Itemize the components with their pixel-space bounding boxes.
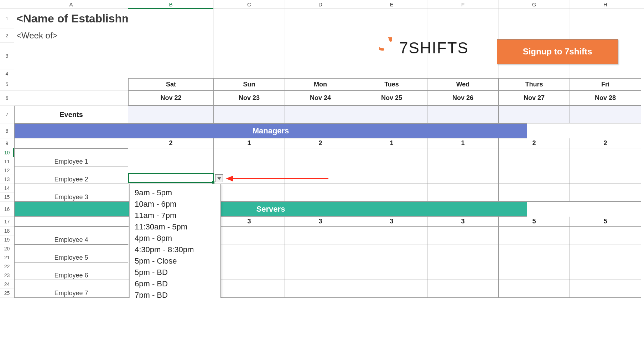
shift-emp3b-mon[interactable]	[285, 193, 356, 202]
employee-5-label-top[interactable]	[14, 244, 128, 253]
events-wed[interactable]	[427, 106, 499, 123]
employee-6-label-top[interactable]	[14, 262, 128, 271]
shift-emp1-wed[interactable]	[427, 148, 499, 157]
shift-emp6-fri[interactable]	[570, 262, 641, 271]
shift-emp5-wed[interactable]	[427, 244, 499, 253]
dropdown-option-8[interactable]: 6pm - BD	[130, 278, 220, 290]
events-mon[interactable]	[285, 106, 356, 123]
cell-subtitle[interactable]: <Week of>	[14, 28, 128, 43]
events-fri[interactable]	[570, 106, 641, 123]
shift-emp5-mon[interactable]	[285, 244, 356, 253]
managers-count-1[interactable]: 1	[214, 138, 285, 148]
row-header-17[interactable]: 17	[0, 217, 14, 227]
row-header-20[interactable]: 20	[0, 244, 14, 253]
cell-H1[interactable]	[570, 9, 641, 28]
servers-count-4[interactable]: 3	[427, 217, 499, 227]
row-header-16[interactable]: 16	[0, 202, 14, 217]
cell-C2[interactable]	[214, 28, 285, 43]
day-header-sun[interactable]: Sun	[214, 78, 285, 91]
servers-section-header[interactable]: Servers	[14, 202, 527, 217]
managers-count-2[interactable]: 2	[285, 138, 356, 148]
shift-emp2b-wed[interactable]	[427, 175, 499, 184]
shift-emp7b-wed[interactable]	[427, 289, 499, 298]
shift-emp6b-wed[interactable]	[427, 271, 499, 280]
dropdown-option-0[interactable]: 9am - 5pm	[130, 187, 220, 198]
managers-count-4[interactable]: 1	[427, 138, 499, 148]
row-header-15[interactable]: 15	[0, 193, 14, 202]
shift-emp6b-tues[interactable]	[356, 271, 427, 280]
cell-B3[interactable]	[128, 43, 214, 69]
day-header-thurs[interactable]: Thurs	[499, 78, 570, 91]
row-header-8[interactable]: 8	[0, 123, 14, 138]
shift-emp3-wed[interactable]	[427, 184, 499, 193]
shift-emp1b-sun[interactable]	[214, 157, 285, 166]
dropdown-option-3[interactable]: 11:30am - 5pm	[130, 221, 220, 233]
col-header-F[interactable]: F	[427, 0, 499, 9]
cell-C3[interactable]	[214, 43, 285, 69]
shift-emp1b-mon[interactable]	[285, 157, 356, 166]
servers-count-6[interactable]: 5	[570, 217, 641, 227]
cell-F4[interactable]	[427, 69, 499, 78]
row-header-6[interactable]: 6	[0, 91, 14, 106]
row-header-21[interactable]: 21	[0, 253, 14, 262]
shift-emp3b-fri[interactable]	[570, 193, 641, 202]
shift-emp6-wed[interactable]	[427, 262, 499, 271]
shift-emp5-fri[interactable]	[570, 244, 641, 253]
cell-A5[interactable]	[14, 78, 128, 91]
signup-button[interactable]: Signup to 7shifts	[497, 39, 618, 64]
employee-3-label-top[interactable]	[14, 184, 128, 193]
cell-D3[interactable]	[285, 43, 356, 69]
shift-emp3b-tues[interactable]	[356, 193, 427, 202]
shift-emp6-sun[interactable]	[214, 262, 285, 271]
cell-D4[interactable]	[285, 69, 356, 78]
shift-emp6b-sun[interactable]	[214, 271, 285, 280]
col-header-H[interactable]: H	[570, 0, 641, 9]
date-header-2[interactable]: Nov 24	[285, 91, 356, 106]
row-header-18[interactable]: 18	[0, 227, 14, 235]
managers-count-3[interactable]: 1	[356, 138, 427, 148]
shift-emp4b-thurs[interactable]	[499, 235, 570, 244]
events-tues[interactable]	[356, 106, 427, 123]
shift-emp1b-wed[interactable]	[427, 157, 499, 166]
shift-emp4b-mon[interactable]	[285, 235, 356, 244]
shift-emp1-fri[interactable]	[570, 148, 641, 157]
shift-emp2b-sat[interactable]	[128, 175, 214, 184]
shift-emp2-sun[interactable]	[214, 166, 285, 175]
employee-1-label[interactable]: Employee 1	[14, 157, 128, 166]
date-header-3[interactable]: Nov 25	[356, 91, 427, 106]
servers-count-blank[interactable]	[14, 217, 128, 227]
managers-count-5[interactable]: 2	[499, 138, 570, 148]
dropdown-option-6[interactable]: 5pm - Close	[130, 255, 220, 267]
employee-4-label[interactable]: Employee 4	[14, 235, 128, 244]
shift-emp3-sun[interactable]	[214, 184, 285, 193]
events-thurs[interactable]	[499, 106, 570, 123]
row-header-5[interactable]: 5	[0, 78, 14, 91]
shift-emp1-tues[interactable]	[356, 148, 427, 157]
select-all-corner[interactable]	[0, 0, 14, 9]
shift-emp5b-mon[interactable]	[285, 253, 356, 262]
date-header-1[interactable]: Nov 23	[214, 91, 285, 106]
cell-B1[interactable]	[128, 9, 214, 28]
row-header-19[interactable]: 19	[0, 235, 14, 244]
shift-emp5-sun[interactable]	[214, 244, 285, 253]
shift-emp4b-tues[interactable]	[356, 235, 427, 244]
dropdown-option-4[interactable]: 4pm - 8pm	[130, 233, 220, 244]
employee-1-label-top[interactable]	[14, 148, 128, 157]
col-header-C[interactable]: C	[214, 0, 285, 9]
shift-emp6b-fri[interactable]	[570, 271, 641, 280]
shift-emp5b-tues[interactable]	[356, 253, 427, 262]
cell-H4[interactable]	[570, 69, 641, 78]
shift-emp3-thurs[interactable]	[499, 184, 570, 193]
shift-emp4-thurs[interactable]	[499, 227, 570, 235]
day-header-tues[interactable]: Tues	[356, 78, 427, 91]
row-header-13[interactable]: 13	[0, 175, 14, 184]
shift-emp1-thurs[interactable]	[499, 148, 570, 157]
shift-emp4-fri[interactable]	[570, 227, 641, 235]
row-header-10[interactable]: 10	[0, 148, 14, 157]
cell-F1[interactable]	[427, 9, 499, 28]
shift-emp7-fri[interactable]	[570, 280, 641, 289]
servers-count-2[interactable]: 3	[285, 217, 356, 227]
col-header-D[interactable]: D	[285, 0, 356, 9]
dropdown-option-7[interactable]: 5pm - BD	[130, 267, 220, 278]
row-header-23[interactable]: 23	[0, 271, 14, 280]
